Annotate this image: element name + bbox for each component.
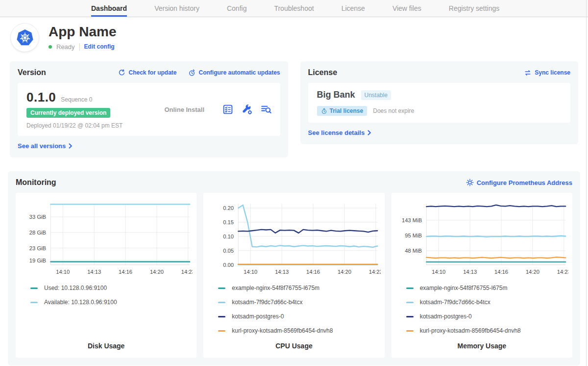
legend-swatch (406, 288, 414, 289)
svg-text:14:23: 14:23 (369, 269, 381, 275)
deployed-timestamp: Deployed 01/19/22 @ 02:04 pm EST (26, 122, 147, 129)
svg-text:14:10: 14:10 (432, 269, 445, 275)
svg-text:14:23: 14:23 (181, 269, 193, 275)
cpu-usage-chart: 0.000.050.100.150.2014:1014:1314:1614:20… (207, 199, 380, 278)
see-license-details-link[interactable]: See license details (308, 129, 372, 136)
sequence-label: Sequence 0 (61, 96, 92, 103)
tab-registry-settings[interactable]: Registry settings (449, 0, 499, 17)
svg-text:0.20: 0.20 (223, 205, 234, 211)
legend-swatch (406, 316, 414, 317)
monitoring-title: Monitoring (16, 178, 56, 187)
version-panel-title: Version (18, 68, 46, 77)
license-panel: License Sync license Big Bank Unstable (300, 61, 579, 144)
legend-item: example-nginx-54f8f76755-l675m (218, 285, 380, 291)
legend-swatch (218, 288, 225, 289)
svg-text:0.05: 0.05 (223, 248, 234, 254)
legend-label: kurl-proxy-kotsadm-8569fb6454-dnvh8 (420, 327, 521, 334)
trial-license-badge: Trial license (317, 106, 368, 116)
current-version-card: 0.1.0 Sequence 0 Currently deployed vers… (18, 83, 280, 136)
status-divider (79, 43, 80, 51)
configure-automatic-updates-button[interactable]: Configure automatic updates (188, 69, 280, 77)
configure-prometheus-button[interactable]: Configure Prometheus Address (466, 179, 572, 186)
sync-license-button[interactable]: Sync license (524, 69, 570, 77)
tab-view-files[interactable]: View files (392, 0, 421, 17)
legend-item: kotsadm-postgres-0 (218, 313, 380, 320)
expiry-text: Does not expire (373, 107, 414, 114)
app-status-label: Ready (56, 43, 75, 51)
svg-text:48 MiB: 48 MiB (405, 248, 422, 254)
tab-version-history[interactable]: Version history (154, 0, 199, 17)
svg-text:14:20: 14:20 (526, 269, 539, 275)
memory-usage-chart: 48 MiB95 MiB143 MiB14:1014:1314:1614:201… (395, 199, 568, 278)
legend-item: Available: 10.128.0.96:9100 (30, 299, 193, 306)
app-logo (11, 24, 39, 52)
deploy-checklist-icon[interactable] (222, 104, 233, 115)
legend-label: kotsadm-7f9dc7d66c-b4tcx (232, 299, 302, 306)
tab-license[interactable]: License (342, 0, 365, 17)
charts-row: 19 GiB23 GiB28 GiB33 GiB14:1014:1314:161… (16, 193, 572, 358)
cpu-usage-legend: example-nginx-54f8f76755-l675mkotsadm-7f… (218, 285, 380, 334)
legend-label: kurl-proxy-kotsadm-8569fb6454-dnvh8 (232, 327, 333, 334)
legend-label: Available: 10.128.0.96:9100 (44, 299, 117, 306)
tab-config[interactable]: Config (227, 0, 246, 17)
tab-dashboard[interactable]: Dashboard (91, 0, 127, 17)
legend-label: example-nginx-54f8f76755-l675m (420, 285, 508, 291)
legend-item: kotsadm-7f9dc7d66c-b4tcx (406, 299, 568, 306)
legend-swatch (30, 302, 38, 303)
ready-status-dot (49, 45, 52, 49)
check-for-update-button[interactable]: Check for update (118, 69, 176, 77)
wrench-gear-icon[interactable] (242, 104, 252, 115)
version-panel: Version Check for update Configure au (10, 61, 288, 157)
svg-text:14:16: 14:16 (494, 269, 508, 275)
svg-text:33 GiB: 33 GiB (29, 214, 46, 220)
page-right-border (586, 0, 587, 366)
app-header: App Name Ready Edit config (0, 17, 588, 52)
monitoring-panel: Monitoring Configure Prometheus Address … (8, 171, 580, 366)
kubernetes-logo-icon (15, 28, 35, 48)
tab-troubleshoot[interactable]: Troubleshoot (274, 0, 314, 17)
legend-swatch (406, 330, 414, 332)
stopwatch-icon (321, 108, 327, 114)
customer-name: Big Bank (317, 90, 355, 100)
legend-item: example-nginx-54f8f76755-l675m (406, 285, 568, 291)
license-detail-card: Big Bank Unstable Trial license Does not… (308, 83, 571, 123)
chevron-right-icon (69, 143, 73, 149)
legend-label: example-nginx-54f8f76755-l675m (232, 285, 319, 291)
schedule-clock-icon (188, 69, 196, 77)
gear-icon (466, 179, 474, 186)
legend-item: kotsadm-postgres-0 (406, 313, 568, 320)
disk-usage-chart-card: 19 GiB23 GiB28 GiB33 GiB14:1014:1314:161… (16, 193, 196, 358)
refresh-icon (118, 69, 125, 77)
svg-text:14:20: 14:20 (150, 269, 164, 275)
memory-usage-legend: example-nginx-54f8f76755-l675mkotsadm-7f… (406, 285, 568, 334)
svg-text:95 MiB: 95 MiB (405, 233, 422, 238)
version-number: 0.1.0 (26, 90, 56, 105)
channel-badge: Unstable (361, 90, 391, 100)
chart-title: Memory Usage (395, 334, 568, 350)
svg-text:143 MiB: 143 MiB (402, 217, 422, 223)
chart-title: CPU Usage (207, 334, 380, 350)
legend-label: kotsadm-postgres-0 (420, 313, 472, 320)
view-logs-icon[interactable] (261, 104, 271, 115)
svg-text:0.10: 0.10 (223, 234, 234, 239)
legend-item: kotsadm-7f9dc7d66c-b4tcx (218, 299, 380, 306)
legend-swatch (30, 288, 38, 289)
cpu-usage-chart-card: 0.000.050.100.150.2014:1014:1314:1614:20… (203, 193, 384, 358)
legend-item: Used: 10.128.0.96:9100 (30, 285, 193, 291)
legend-item: kurl-proxy-kotsadm-8569fb6454-dnvh8 (406, 327, 568, 334)
svg-text:19 GiB: 19 GiB (29, 258, 46, 263)
svg-text:14:13: 14:13 (275, 269, 289, 275)
legend-swatch (218, 302, 225, 303)
sync-icon (524, 69, 532, 77)
currently-deployed-badge: Currently deployed version (26, 108, 110, 118)
svg-text:28 GiB: 28 GiB (29, 230, 46, 235)
legend-label: kotsadm-7f9dc7d66c-b4tcx (420, 299, 490, 306)
legend-item: kurl-proxy-kotsadm-8569fb6454-dnvh8 (218, 327, 380, 334)
disk-usage-chart: 19 GiB23 GiB28 GiB33 GiB14:1014:1314:161… (20, 199, 193, 278)
legend-label: Used: 10.128.0.96:9100 (44, 285, 107, 291)
chevron-right-icon (368, 130, 371, 135)
svg-text:14:23: 14:23 (557, 269, 568, 275)
license-panel-title: License (308, 68, 338, 77)
edit-config-link[interactable]: Edit config (84, 43, 115, 50)
see-all-versions-link[interactable]: See all versions (18, 142, 73, 150)
